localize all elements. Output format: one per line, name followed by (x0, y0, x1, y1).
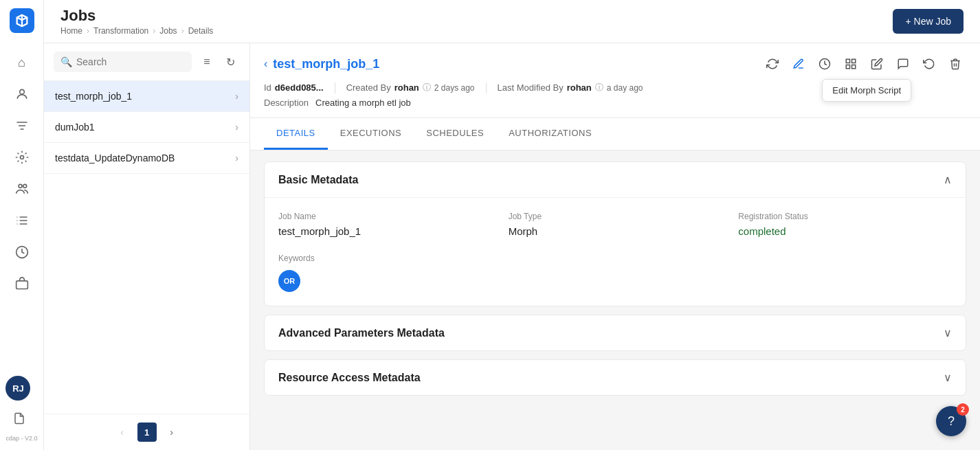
search-wrapper: 🔍 (54, 52, 192, 72)
registration-status-value: completed (738, 225, 952, 237)
meta-id: Id d6edd085... (264, 82, 324, 93)
job-name-value: test_morph_job_1 (278, 225, 492, 237)
prev-page-button[interactable]: ‹ (113, 423, 132, 442)
description-label: Description (264, 98, 309, 108)
schedule-button[interactable] (814, 53, 836, 75)
svg-rect-8 (852, 59, 856, 63)
delete-button[interactable] (944, 53, 966, 75)
content-area: 🔍 ≡ ↻ test_morph_job_1 › dumJob1 › (44, 43, 980, 450)
keyword-badge: OR (278, 270, 300, 292)
meta-modified-time: a day ago (607, 83, 643, 93)
sidebar-item-clock[interactable] (8, 238, 36, 266)
resource-metadata-title: Resource Access Metadata (278, 372, 421, 384)
meta-modified-label: Last Modified By (498, 82, 564, 93)
svg-rect-5 (16, 281, 27, 289)
detail-content: Basic Metadata ∧ Job Name test_morph_job… (250, 150, 980, 450)
new-job-button[interactable]: + New Job (893, 9, 964, 34)
sidebar-item-bag[interactable] (8, 270, 36, 297)
edit-morph-script-tooltip: Edit Morph Script (822, 79, 911, 102)
job-type-field: Job Type Morph (509, 212, 722, 237)
grid-button[interactable] (840, 53, 862, 75)
detail-job-name: test_morph_job_1 (273, 57, 379, 71)
job-item-0[interactable]: test_morph_job_1 › (44, 81, 249, 112)
meta-id-value: d6edd085... (275, 82, 324, 93)
job-item-1[interactable]: dumJob1 › (44, 112, 249, 143)
basic-metadata-header[interactable]: Basic Metadata ∧ (265, 162, 966, 197)
user-avatar[interactable]: RJ (5, 376, 30, 401)
resource-metadata-section: Resource Access Metadata ∨ (264, 359, 966, 396)
breadcrumb-details: Details (188, 26, 214, 36)
job-name-field: Job Name test_morph_job_1 (278, 212, 492, 237)
tab-executions[interactable]: EXECUTIONS (328, 118, 414, 150)
left-panel: 🔍 ≡ ↻ test_morph_job_1 › dumJob1 › (44, 43, 250, 450)
sidebar: ⌂ RJ (0, 0, 44, 450)
svg-rect-10 (852, 65, 856, 69)
svg-point-2 (19, 184, 22, 188)
back-arrow-icon[interactable]: ‹ (264, 58, 267, 70)
app-logo[interactable] (10, 8, 34, 33)
advanced-metadata-header[interactable]: Advanced Parameters Metadata ∨ (265, 315, 966, 350)
meta-created-by: rohan (394, 82, 419, 93)
advanced-metadata-title: Advanced Parameters Metadata (278, 327, 445, 339)
svg-rect-7 (846, 59, 849, 63)
job-item-name-2: testdata_UpdateDynamoDB (55, 153, 175, 164)
filter-button[interactable]: ≡ (197, 52, 216, 71)
sidebar-item-home[interactable]: ⌂ (8, 49, 36, 76)
job-item-name-1: dumJob1 (55, 122, 95, 133)
comment-button[interactable] (892, 53, 914, 75)
history-button[interactable] (918, 53, 940, 75)
meta-id-label: Id (264, 82, 271, 93)
breadcrumb-jobs[interactable]: Jobs (159, 26, 177, 36)
meta-sep-2 (486, 82, 487, 93)
meta-created: Created By rohan ⓘ 2 days ago (346, 82, 475, 93)
sidebar-item-people[interactable] (8, 80, 36, 108)
next-page-button[interactable]: › (162, 423, 181, 442)
basic-metadata-body: Job Name test_morph_job_1 Job Type Morph… (265, 197, 966, 306)
refresh-button[interactable]: ↻ (221, 52, 240, 71)
breadcrumb: Home › Transformation › Jobs › Details (60, 26, 213, 36)
breadcrumb-sep-1: › (87, 26, 89, 36)
detail-title: ‹ test_morph_job_1 (264, 57, 379, 71)
sidebar-item-settings[interactable] (8, 144, 36, 171)
edit-button[interactable] (866, 53, 888, 75)
sidebar-item-docs[interactable] (5, 405, 33, 432)
meta-modified-by: rohan (567, 82, 592, 93)
basic-metadata-title: Basic Metadata (278, 174, 359, 186)
current-page: 1 (137, 423, 157, 442)
sidebar-item-filter[interactable] (8, 112, 36, 139)
main-area: Jobs Home › Transformation › Jobs › Deta… (44, 0, 980, 450)
sync-button[interactable] (761, 53, 783, 75)
breadcrumb-transformation[interactable]: Transformation (93, 26, 148, 36)
job-item-arrow-0: › (235, 91, 238, 102)
registration-status-field: Registration Status completed (738, 212, 952, 237)
search-bar: 🔍 ≡ ↻ (44, 43, 249, 81)
breadcrumb-home[interactable]: Home (60, 26, 82, 36)
tab-schedules[interactable]: SCHEDULES (414, 118, 496, 150)
search-input[interactable] (76, 56, 185, 67)
breadcrumb-sep-2: › (153, 26, 155, 36)
right-panel: ‹ test_morph_job_1 (250, 43, 980, 450)
tabs-bar: DETAILS EXECUTIONS SCHEDULES AUTHORIZATI… (250, 118, 980, 150)
header-left: Jobs Home › Transformation › Jobs › Deta… (60, 7, 213, 36)
job-item-name-0: test_morph_job_1 (55, 91, 132, 102)
search-actions: ≡ ↻ (197, 52, 240, 71)
page-title: Jobs (60, 7, 213, 25)
sidebar-item-users[interactable] (8, 175, 36, 203)
edit-morph-script-button[interactable] (788, 53, 810, 75)
help-fab[interactable]: ? 2 (936, 406, 966, 436)
tab-authorizations[interactable]: AUTHORIZATIONS (496, 118, 604, 150)
modified-info-icon: ⓘ (595, 82, 603, 93)
svg-rect-9 (846, 65, 849, 69)
description-value: Creating a morph etl job (315, 98, 411, 108)
job-item-2[interactable]: testdata_UpdateDynamoDB › (44, 143, 249, 174)
tab-details[interactable]: DETAILS (264, 118, 328, 150)
detail-header: ‹ test_morph_job_1 (250, 43, 980, 118)
job-name-label: Job Name (278, 212, 492, 221)
meta-modified: Last Modified By rohan ⓘ a day ago (498, 82, 643, 93)
detail-actions: Edit Morph Script (761, 53, 966, 75)
sidebar-item-connections[interactable] (8, 207, 36, 234)
breadcrumb-sep-3: › (181, 26, 184, 36)
search-icon: 🔍 (60, 56, 72, 67)
job-list: test_morph_job_1 › dumJob1 › testdata_Up… (44, 81, 249, 414)
resource-metadata-header[interactable]: Resource Access Metadata ∨ (265, 360, 966, 395)
